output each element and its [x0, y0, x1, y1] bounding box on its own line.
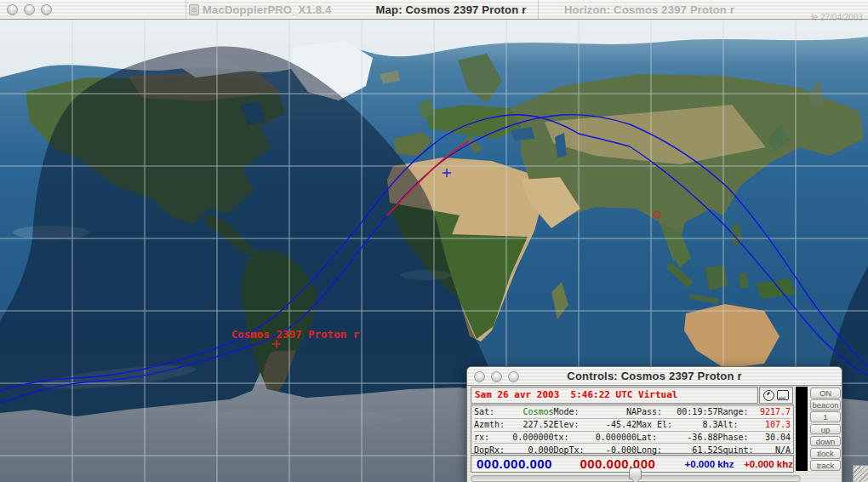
telemetry-label: Pass:	[637, 407, 676, 416]
window-controls	[7, 4, 52, 15]
clock-mode-box	[759, 387, 793, 404]
controls-button-up[interactable]: up	[810, 424, 841, 435]
controls-button-on[interactable]: ON	[810, 387, 841, 399]
controls-button-down[interactable]: down	[810, 436, 841, 447]
telemetry-value: 8.3	[676, 420, 718, 429]
controls-button-track[interactable]: track	[810, 460, 841, 471]
telemetry-value: -45.42	[589, 420, 637, 429]
monitor-icon[interactable]	[777, 390, 789, 400]
window-resize-grip[interactable]	[853, 465, 868, 482]
controls-button-tlock[interactable]: tlock	[810, 448, 841, 459]
telemetry-value: 107.3	[757, 420, 791, 429]
app-document-icon	[189, 4, 199, 15]
controls-titlebar[interactable]: Controls: Cosmos 2397 Proton r	[467, 367, 842, 386]
controls-window: Controls: Cosmos 2397 Proton r Sam 26 av…	[466, 366, 842, 482]
telemetry-label: Mode:	[554, 407, 590, 416]
telemetry-label: Lat:	[637, 433, 676, 442]
telemetry-value: 0.000000	[508, 433, 554, 442]
telemetry-label: tx:	[554, 433, 590, 442]
tuning-slider-thumb[interactable]	[629, 468, 642, 479]
map-window-title: Map: Cosmos 2397 Proton r	[366, 3, 536, 16]
telemetry-label: Alt:	[717, 420, 757, 429]
tx-frequency-readout[interactable]: 000.000.000	[574, 456, 671, 471]
zoom-button[interactable]	[41, 4, 52, 15]
telemetry-label: Squint:	[717, 445, 757, 455]
telemetry-label: DopTx:	[554, 445, 590, 455]
controls-button-1[interactable]: 1	[810, 411, 841, 422]
background-faint-text: le 27/04/2003	[811, 13, 863, 22]
minimize-button[interactable]	[24, 4, 35, 15]
map-window-titlebar[interactable]: MacDopplerPRO_X1.8.4 Map: Cosmos 2397 Pr…	[0, 0, 868, 20]
telemetry-row: Azmth:227.52Elev:-45.42Max El:8.3Alt:107…	[474, 419, 791, 432]
satellite-map-label: Cosmos 2397 Proton r	[231, 328, 360, 341]
telemetry-value: 61.52	[676, 445, 718, 455]
telemetry-value: 00:19:57	[676, 407, 718, 416]
telemetry-value: 0.000	[508, 445, 554, 455]
telemetry-row: Sat:CosmosMode:NAPass:00:19:57Range:9217…	[474, 406, 791, 419]
controls-window-title: Controls: Cosmos 2397 Proton r	[467, 370, 842, 382]
telemetry-value: 0.000000	[589, 433, 637, 442]
telemetry-label: Long:	[637, 445, 676, 455]
telemetry-value: Cosmos	[508, 407, 554, 416]
telemetry-value: 9217.7	[757, 407, 791, 416]
telemetry-row: rx:0.000000tx:0.000000Lat:-36.88Phase:30…	[474, 432, 791, 445]
utc-datetime-display: Sam 26 avr 2003 5:46:22 UTC Virtual	[471, 387, 758, 404]
telemetry-value: 227.52	[508, 420, 554, 429]
telemetry-value: 30.04	[757, 433, 791, 442]
telemetry-value: NA	[589, 407, 637, 416]
titlebar-divider	[538, 0, 539, 20]
clock-icon[interactable]	[763, 390, 774, 401]
telemetry-label: Sat:	[474, 407, 508, 416]
rx-frequency-readout[interactable]: 000.000.000	[471, 456, 564, 471]
horizon-window-title[interactable]: Horizon: Cosmos 2397 Proton r	[551, 3, 747, 16]
telemetry-label: Max El:	[637, 420, 676, 429]
signal-meter-strip	[796, 387, 808, 471]
telemetry-label: Azmth:	[474, 420, 508, 429]
telemetry-value: -0.000	[589, 445, 637, 455]
telemetry-value: N/A	[757, 445, 791, 455]
telemetry-value: -36.88	[676, 433, 718, 442]
telemetry-table: Sat:CosmosMode:NAPass:00:19:57Range:9217…	[471, 405, 794, 454]
controls-button-column: ONbeacon1updowntlocktrack	[810, 387, 841, 471]
telemetry-label: Range:	[717, 407, 757, 416]
controls-button-beacon[interactable]: beacon	[810, 399, 841, 410]
telemetry-label: rx:	[474, 433, 508, 442]
telemetry-label: Elev:	[554, 420, 590, 429]
tx-doppler-readout: +0.000 khz	[734, 459, 793, 469]
telemetry-label: DopRx:	[474, 445, 508, 455]
app-title: MacDopplerPRO_X1.8.4	[203, 3, 331, 16]
rx-doppler-readout: +0.000 khz	[671, 459, 734, 469]
titlebar-divider	[186, 0, 186, 20]
telemetry-label: Phase:	[717, 433, 757, 442]
close-button[interactable]	[7, 4, 18, 15]
macdoppler-screen: Cosmos 2397 Proton r MacDopplerPRO_X1.8.…	[0, 0, 868, 482]
